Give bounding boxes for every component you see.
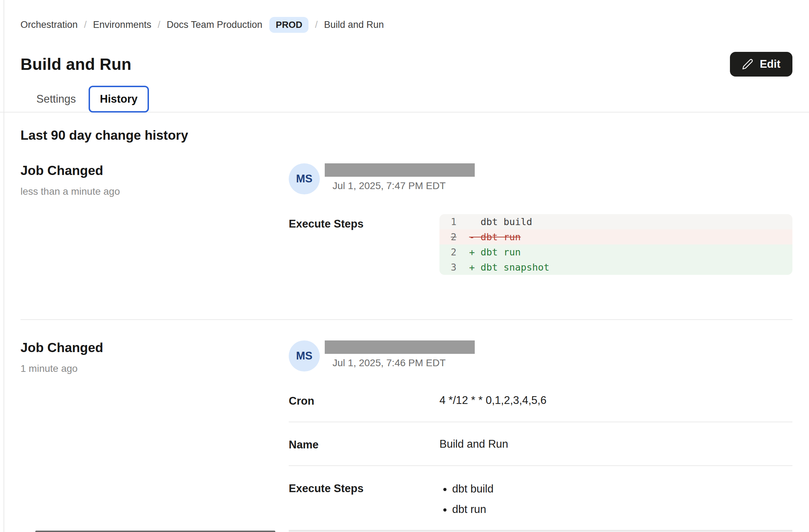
execute-steps-diff-block: 1 dbt build2- dbt run2+ dbt run3+ dbt sn… bbox=[439, 214, 792, 275]
tab-bar: Settings History bbox=[25, 86, 792, 113]
page-title: Build and Run bbox=[20, 55, 131, 74]
field-row: Cron4 */12 * * 0,1,2,3,4,5,6 bbox=[289, 394, 792, 422]
field-value: dbt builddbt run bbox=[439, 482, 792, 517]
breadcrumb-separator: / bbox=[84, 19, 87, 30]
diff-line-number: 2 bbox=[451, 229, 469, 244]
diff-line-number: 1 bbox=[451, 214, 469, 229]
env-prod-badge: PROD bbox=[269, 17, 308, 33]
partial-row-divider bbox=[289, 530, 792, 531]
entry-fields: Cron4 */12 * * 0,1,2,3,4,5,6NameBuild an… bbox=[289, 394, 792, 532]
entry-timestamp: Jul 1, 2025, 7:47 PM EDT bbox=[332, 180, 475, 192]
redacted-user-name bbox=[325, 340, 475, 354]
field-value-list-item: dbt run bbox=[452, 502, 792, 517]
edit-button-label: Edit bbox=[760, 58, 780, 71]
field-label: Execute Steps bbox=[289, 217, 439, 275]
field-value-list-item: dbt build bbox=[452, 482, 792, 496]
breadcrumb-item-environments[interactable]: Environments bbox=[93, 19, 151, 30]
breadcrumb-separator: / bbox=[315, 19, 318, 30]
entry-title: Job Changed bbox=[20, 163, 289, 178]
breadcrumb-item-environment-name[interactable]: Docs Team Production bbox=[167, 19, 262, 30]
field-row: Execute Steps1 dbt build2- dbt run2+ dbt… bbox=[289, 217, 792, 289]
diff-line-number: 3 bbox=[451, 260, 469, 275]
diff-line: 3+ dbt snapshot bbox=[439, 260, 792, 275]
breadcrumb: Orchestration / Environments / Docs Team… bbox=[20, 17, 792, 33]
field-value: Build and Run bbox=[439, 438, 792, 451]
entry-summary: Job Changedless than a minute ago bbox=[20, 163, 289, 289]
entry-fields: Execute Steps1 dbt build2- dbt run2+ dbt… bbox=[289, 217, 792, 289]
entry-relative-time: less than a minute ago bbox=[20, 186, 289, 197]
tab-history[interactable]: History bbox=[89, 86, 149, 113]
byline-meta: Jul 1, 2025, 7:47 PM EDT bbox=[325, 163, 475, 192]
entry-summary: Job Changed1 minute ago bbox=[20, 340, 289, 532]
change-history-heading: Last 90 day change history bbox=[20, 128, 792, 143]
page-header: Build and Run Edit bbox=[20, 52, 792, 77]
entry-timestamp: Jul 1, 2025, 7:46 PM EDT bbox=[332, 357, 475, 369]
main-content: Orchestration / Environments / Docs Team… bbox=[0, 0, 809, 532]
diff-line-content: - dbt run bbox=[469, 229, 521, 244]
change-history-entry: Job Changed1 minute agoMSJul 1, 2025, 7:… bbox=[20, 319, 792, 532]
page: Orchestration / Environments / Docs Team… bbox=[0, 0, 809, 532]
diff-line: 2- dbt run bbox=[439, 229, 792, 244]
breadcrumb-item-current-job: Build and Run bbox=[324, 19, 384, 30]
field-row: NameBuild and Run bbox=[289, 422, 792, 465]
user-avatar: MS bbox=[289, 163, 320, 194]
breadcrumb-item-orchestration[interactable]: Orchestration bbox=[20, 19, 78, 30]
field-value-list: dbt builddbt run bbox=[452, 482, 792, 517]
byline-meta: Jul 1, 2025, 7:46 PM EDT bbox=[325, 340, 475, 369]
edit-button[interactable]: Edit bbox=[730, 52, 792, 77]
diff-line-content: + dbt run bbox=[469, 244, 521, 260]
change-history-list: Job Changedless than a minute agoMSJul 1… bbox=[20, 143, 792, 532]
change-history-entry: Job Changedless than a minute agoMSJul 1… bbox=[20, 143, 792, 319]
tab-settings[interactable]: Settings bbox=[25, 86, 87, 113]
field-value: 4 */12 * * 0,1,2,3,4,5,6 bbox=[439, 394, 792, 407]
entry-byline: MSJul 1, 2025, 7:47 PM EDT bbox=[289, 163, 792, 194]
diff-line-number: 2 bbox=[451, 244, 469, 260]
pencil-icon bbox=[742, 59, 753, 70]
field-label: Name bbox=[289, 438, 439, 451]
entry-details: MSJul 1, 2025, 7:47 PM EDTExecute Steps1… bbox=[289, 163, 792, 289]
diff-line-content: dbt build bbox=[469, 214, 532, 229]
entry-details: MSJul 1, 2025, 7:46 PM EDTCron4 */12 * *… bbox=[289, 340, 792, 532]
breadcrumb-separator: / bbox=[158, 19, 161, 30]
diff-line: 1 dbt build bbox=[439, 214, 792, 229]
diff-line: 2+ dbt run bbox=[439, 244, 792, 260]
entry-relative-time: 1 minute ago bbox=[20, 363, 289, 374]
user-avatar: MS bbox=[289, 340, 320, 371]
field-value: 1 dbt build2- dbt run2+ dbt run3+ dbt sn… bbox=[439, 217, 792, 275]
diff-line-content: + dbt snapshot bbox=[469, 260, 550, 275]
field-label: Cron bbox=[289, 394, 439, 407]
entry-title: Job Changed bbox=[20, 340, 289, 355]
field-row: Execute Stepsdbt builddbt run bbox=[289, 465, 792, 531]
redacted-user-name bbox=[325, 163, 475, 177]
field-label: Execute Steps bbox=[289, 482, 439, 517]
entry-byline: MSJul 1, 2025, 7:46 PM EDT bbox=[289, 340, 792, 371]
partial-bottom-element bbox=[35, 531, 275, 532]
